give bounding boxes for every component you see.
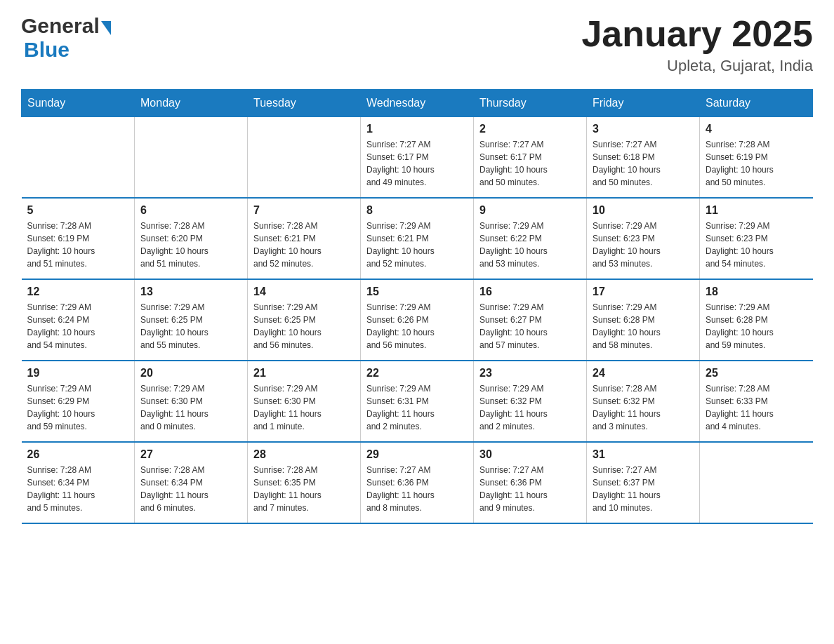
calendar-cell: [22, 117, 135, 199]
day-number: 17: [593, 286, 694, 298]
calendar-cell: 28Sunrise: 7:28 AM Sunset: 6:35 PM Dayli…: [248, 442, 361, 523]
day-info: Sunrise: 7:29 AM Sunset: 6:24 PM Dayligh…: [27, 301, 129, 351]
day-info: Sunrise: 7:28 AM Sunset: 6:33 PM Dayligh…: [706, 382, 807, 433]
calendar-cell: 24Sunrise: 7:28 AM Sunset: 6:32 PM Dayli…: [587, 361, 700, 442]
day-info: Sunrise: 7:29 AM Sunset: 6:32 PM Dayligh…: [479, 382, 581, 433]
calendar-cell: 23Sunrise: 7:29 AM Sunset: 6:32 PM Dayli…: [474, 361, 587, 442]
day-number: 8: [366, 204, 468, 217]
calendar-cell: [135, 117, 248, 199]
calendar-cell: 18Sunrise: 7:29 AM Sunset: 6:28 PM Dayli…: [700, 279, 813, 361]
calendar-cell: [700, 442, 813, 523]
calendar-cell: 22Sunrise: 7:29 AM Sunset: 6:31 PM Dayli…: [361, 361, 474, 442]
day-number: 2: [479, 123, 581, 135]
calendar-subtitle: Upleta, Gujarat, India: [581, 57, 813, 75]
calendar-cell: 17Sunrise: 7:29 AM Sunset: 6:28 PM Dayli…: [587, 279, 700, 361]
day-number: 30: [479, 448, 581, 461]
day-info: Sunrise: 7:29 AM Sunset: 6:29 PM Dayligh…: [27, 382, 129, 433]
weekday-header-row: SundayMondayTuesdayWednesdayThursdayFrid…: [22, 90, 813, 117]
day-number: 21: [253, 367, 355, 380]
day-info: Sunrise: 7:29 AM Sunset: 6:30 PM Dayligh…: [253, 382, 355, 433]
day-number: 13: [140, 286, 241, 298]
day-number: 7: [253, 204, 355, 217]
weekday-header-wednesday: Wednesday: [361, 90, 474, 117]
calendar-cell: 7Sunrise: 7:28 AM Sunset: 6:21 PM Daylig…: [248, 198, 361, 279]
day-info: Sunrise: 7:28 AM Sunset: 6:19 PM Dayligh…: [706, 138, 807, 189]
logo: General Blue: [21, 14, 111, 62]
calendar-cell: 29Sunrise: 7:27 AM Sunset: 6:36 PM Dayli…: [361, 442, 474, 523]
day-number: 27: [140, 448, 241, 461]
day-number: 10: [593, 204, 694, 217]
day-info: Sunrise: 7:29 AM Sunset: 6:28 PM Dayligh…: [706, 301, 807, 351]
day-info: Sunrise: 7:27 AM Sunset: 6:36 PM Dayligh…: [366, 464, 468, 514]
title-block: January 2025 Upleta, Gujarat, India: [581, 14, 813, 75]
day-number: 18: [706, 286, 807, 298]
day-info: Sunrise: 7:29 AM Sunset: 6:22 PM Dayligh…: [479, 220, 581, 270]
calendar-cell: [248, 117, 361, 199]
weekday-header-tuesday: Tuesday: [248, 90, 361, 117]
day-info: Sunrise: 7:27 AM Sunset: 6:37 PM Dayligh…: [593, 464, 694, 514]
calendar-cell: 9Sunrise: 7:29 AM Sunset: 6:22 PM Daylig…: [474, 198, 587, 279]
day-info: Sunrise: 7:29 AM Sunset: 6:31 PM Dayligh…: [366, 382, 468, 433]
calendar-cell: 11Sunrise: 7:29 AM Sunset: 6:23 PM Dayli…: [700, 198, 813, 279]
day-number: 24: [593, 367, 694, 380]
day-info: Sunrise: 7:28 AM Sunset: 6:20 PM Dayligh…: [140, 220, 241, 270]
calendar-week-row: 26Sunrise: 7:28 AM Sunset: 6:34 PM Dayli…: [22, 442, 813, 523]
page-header: General Blue January 2025 Upleta, Gujara…: [21, 14, 813, 75]
day-number: 9: [479, 204, 581, 217]
weekday-header-saturday: Saturday: [700, 90, 813, 117]
weekday-header-thursday: Thursday: [474, 90, 587, 117]
day-info: Sunrise: 7:29 AM Sunset: 6:25 PM Dayligh…: [140, 301, 241, 351]
day-info: Sunrise: 7:28 AM Sunset: 6:21 PM Dayligh…: [253, 220, 355, 270]
day-info: Sunrise: 7:29 AM Sunset: 6:26 PM Dayligh…: [366, 301, 468, 351]
day-info: Sunrise: 7:27 AM Sunset: 6:36 PM Dayligh…: [479, 464, 581, 514]
day-number: 15: [366, 286, 468, 298]
day-number: 29: [366, 448, 468, 461]
calendar-cell: 2Sunrise: 7:27 AM Sunset: 6:17 PM Daylig…: [474, 117, 587, 199]
calendar-cell: 10Sunrise: 7:29 AM Sunset: 6:23 PM Dayli…: [587, 198, 700, 279]
calendar-cell: 4Sunrise: 7:28 AM Sunset: 6:19 PM Daylig…: [700, 117, 813, 199]
calendar-cell: 14Sunrise: 7:29 AM Sunset: 6:25 PM Dayli…: [248, 279, 361, 361]
day-number: 14: [253, 286, 355, 298]
calendar-week-row: 12Sunrise: 7:29 AM Sunset: 6:24 PM Dayli…: [22, 279, 813, 361]
day-info: Sunrise: 7:29 AM Sunset: 6:28 PM Dayligh…: [593, 301, 694, 351]
calendar-cell: 13Sunrise: 7:29 AM Sunset: 6:25 PM Dayli…: [135, 279, 248, 361]
day-number: 16: [479, 286, 581, 298]
calendar-cell: 3Sunrise: 7:27 AM Sunset: 6:18 PM Daylig…: [587, 117, 700, 199]
calendar-cell: 31Sunrise: 7:27 AM Sunset: 6:37 PM Dayli…: [587, 442, 700, 523]
weekday-header-friday: Friday: [587, 90, 700, 117]
day-number: 28: [253, 448, 355, 461]
calendar-cell: 16Sunrise: 7:29 AM Sunset: 6:27 PM Dayli…: [474, 279, 587, 361]
day-info: Sunrise: 7:27 AM Sunset: 6:18 PM Dayligh…: [593, 138, 694, 189]
calendar-table: SundayMondayTuesdayWednesdayThursdayFrid…: [21, 89, 813, 524]
calendar-cell: 6Sunrise: 7:28 AM Sunset: 6:20 PM Daylig…: [135, 198, 248, 279]
calendar-cell: 1Sunrise: 7:27 AM Sunset: 6:17 PM Daylig…: [361, 117, 474, 199]
day-number: 11: [706, 204, 807, 217]
day-info: Sunrise: 7:29 AM Sunset: 6:30 PM Dayligh…: [140, 382, 241, 433]
calendar-week-row: 1Sunrise: 7:27 AM Sunset: 6:17 PM Daylig…: [22, 117, 813, 199]
weekday-header-monday: Monday: [135, 90, 248, 117]
weekday-header-sunday: Sunday: [22, 90, 135, 117]
day-number: 23: [479, 367, 581, 380]
calendar-cell: 30Sunrise: 7:27 AM Sunset: 6:36 PM Dayli…: [474, 442, 587, 523]
calendar-cell: 8Sunrise: 7:29 AM Sunset: 6:21 PM Daylig…: [361, 198, 474, 279]
calendar-body: 1Sunrise: 7:27 AM Sunset: 6:17 PM Daylig…: [22, 117, 813, 524]
day-number: 4: [706, 123, 807, 135]
calendar-cell: 12Sunrise: 7:29 AM Sunset: 6:24 PM Dayli…: [22, 279, 135, 361]
calendar-cell: 26Sunrise: 7:28 AM Sunset: 6:34 PM Dayli…: [22, 442, 135, 523]
day-number: 3: [593, 123, 694, 135]
calendar-cell: 5Sunrise: 7:28 AM Sunset: 6:19 PM Daylig…: [22, 198, 135, 279]
day-info: Sunrise: 7:29 AM Sunset: 6:21 PM Dayligh…: [366, 220, 468, 270]
day-info: Sunrise: 7:29 AM Sunset: 6:25 PM Dayligh…: [253, 301, 355, 351]
calendar-week-row: 19Sunrise: 7:29 AM Sunset: 6:29 PM Dayli…: [22, 361, 813, 442]
day-info: Sunrise: 7:28 AM Sunset: 6:34 PM Dayligh…: [27, 464, 129, 514]
day-info: Sunrise: 7:27 AM Sunset: 6:17 PM Dayligh…: [366, 138, 468, 189]
calendar-cell: 27Sunrise: 7:28 AM Sunset: 6:34 PM Dayli…: [135, 442, 248, 523]
logo-triangle-icon: [101, 21, 111, 35]
day-info: Sunrise: 7:29 AM Sunset: 6:23 PM Dayligh…: [706, 220, 807, 270]
day-info: Sunrise: 7:29 AM Sunset: 6:27 PM Dayligh…: [479, 301, 581, 351]
day-info: Sunrise: 7:27 AM Sunset: 6:17 PM Dayligh…: [479, 138, 581, 189]
day-number: 31: [593, 448, 694, 461]
day-info: Sunrise: 7:28 AM Sunset: 6:32 PM Dayligh…: [593, 382, 694, 433]
calendar-week-row: 5Sunrise: 7:28 AM Sunset: 6:19 PM Daylig…: [22, 198, 813, 279]
logo-blue-text: Blue: [24, 38, 70, 61]
